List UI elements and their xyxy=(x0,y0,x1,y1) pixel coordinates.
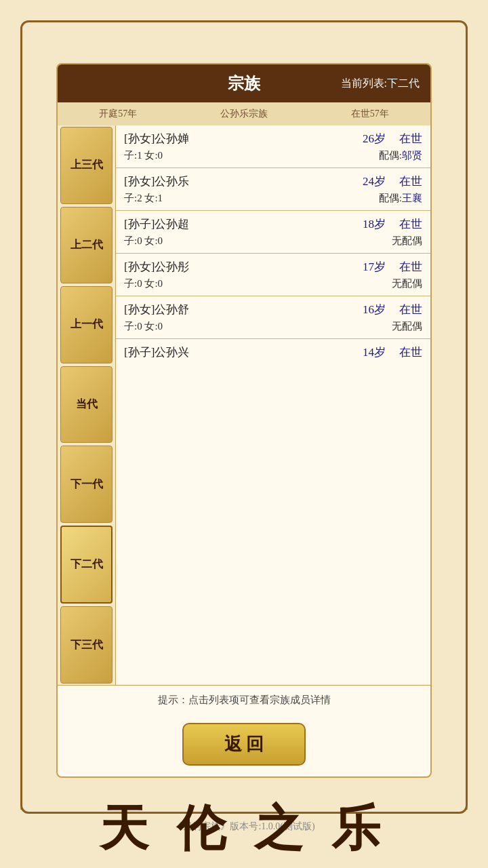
partial-item-1: 开庭57年 xyxy=(99,108,137,120)
entry-age: 18岁 xyxy=(363,216,386,232)
entry-status: 在世 xyxy=(399,216,422,232)
current-list-value: 下二代 xyxy=(387,77,420,89)
list-item[interactable]: [孙子]公孙兴 14岁 在世 xyxy=(116,339,430,368)
entry-age: 24岁 xyxy=(363,174,386,189)
sidebar: 上三代 上二代 上一代 当代 下一代 下二代 下三代 xyxy=(58,125,115,685)
entry-spouse: 无配偶 xyxy=(392,320,422,333)
sidebar-item-shangsan[interactable]: 上三代 xyxy=(60,127,113,204)
sidebar-item-xiasan[interactable]: 下三代 xyxy=(60,606,113,684)
entry-status: 在世 xyxy=(399,302,422,317)
main-content: 上三代 上二代 上一代 当代 下一代 下二代 下三代 [孙女]公孙婵 26岁 在… xyxy=(58,125,430,685)
entry-name: [孙女]公孙乐 xyxy=(124,174,189,189)
sidebar-item-xiaer[interactable]: 下二代 xyxy=(60,526,113,604)
entry-children: 子:0 女:0 xyxy=(124,320,163,333)
list-item[interactable]: [孙子]公孙超 18岁 在世 子:0 女:0 无配偶 xyxy=(116,211,430,254)
list-item[interactable]: [孙女]公孙乐 24岁 在世 子:2 女:1 配偶:王襄 xyxy=(116,168,430,211)
entry-children: 子:0 女:0 xyxy=(124,277,163,290)
entry-spouse: 配偶:邬贤 xyxy=(379,149,422,162)
current-list-label: 当前列表: xyxy=(341,77,387,89)
sidebar-item-dangdai[interactable]: 当代 xyxy=(60,366,113,443)
list-item[interactable]: [孙女]公孙婵 26岁 在世 子:1 女:0 配偶:邬贤 xyxy=(116,125,430,168)
partial-item-2: 公孙乐宗族 xyxy=(220,108,268,120)
top-partial-row: 开庭57年 公孙乐宗族 在世57年 xyxy=(58,102,430,125)
list-item[interactable]: [孙女]公孙彤 17岁 在世 子:0 女:0 无配偶 xyxy=(116,254,430,296)
sidebar-item-shangyi[interactable]: 上一代 xyxy=(60,286,113,363)
big-title: 天 伦 之 乐 xyxy=(0,796,488,861)
inner-panel: 宗族 当前列表:下二代 开庭57年 公孙乐宗族 在世57年 上三代 上二代 上一… xyxy=(56,63,432,778)
entry-spouse: 无配偶 xyxy=(392,277,422,290)
entry-spouse: 配偶:王襄 xyxy=(379,192,422,205)
entry-name: [孙子]公孙兴 xyxy=(124,344,189,360)
entry-age: 14岁 xyxy=(363,344,386,360)
entry-status: 在世 xyxy=(399,259,422,275)
partial-item-3: 在世57年 xyxy=(351,108,389,120)
entry-name: [孙女]公孙婵 xyxy=(124,131,189,146)
entry-spouse: 无配偶 xyxy=(392,235,422,248)
entry-children: 子:1 女:0 xyxy=(124,149,163,162)
hint-text: 提示：点击列表项可查看宗族成员详情 xyxy=(158,694,331,705)
return-button[interactable]: 返 回 xyxy=(182,723,306,766)
header-title: 宗族 xyxy=(228,73,260,94)
entry-name: [孙女]公孙彤 xyxy=(124,259,189,275)
list-item[interactable]: [孙女]公孙舒 16岁 在世 子:0 女:0 无配偶 xyxy=(116,296,430,339)
entry-age: 16岁 xyxy=(363,302,386,317)
sidebar-item-shanger[interactable]: 上二代 xyxy=(60,207,113,284)
sidebar-item-xiayi[interactable]: 下一代 xyxy=(60,446,113,523)
entry-age: 26岁 xyxy=(363,131,386,146)
header-bar: 宗族 当前列表:下二代 xyxy=(58,64,430,102)
entry-age: 17岁 xyxy=(363,259,386,275)
entry-children: 子:0 女:0 xyxy=(124,235,163,248)
entry-name: [孙女]公孙舒 xyxy=(124,302,189,317)
return-btn-area: 返 回 xyxy=(58,715,430,776)
hint-area: 提示：点击列表项可查看宗族成员详情 xyxy=(58,685,430,715)
outer-frame: 宗族 当前列表:下二代 开庭57年 公孙乐宗族 在世57年 上三代 上二代 上一… xyxy=(20,20,468,814)
entry-children: 子:2 女:1 xyxy=(124,192,163,205)
entry-name: [孙子]公孙超 xyxy=(124,216,189,232)
entry-status: 在世 xyxy=(399,344,422,360)
header-subtitle: 当前列表:下二代 xyxy=(341,77,420,91)
member-list: [孙女]公孙婵 26岁 在世 子:1 女:0 配偶:邬贤 [孙女]公孙乐 24岁… xyxy=(115,125,430,685)
entry-status: 在世 xyxy=(399,174,422,189)
entry-status: 在世 xyxy=(399,131,422,146)
